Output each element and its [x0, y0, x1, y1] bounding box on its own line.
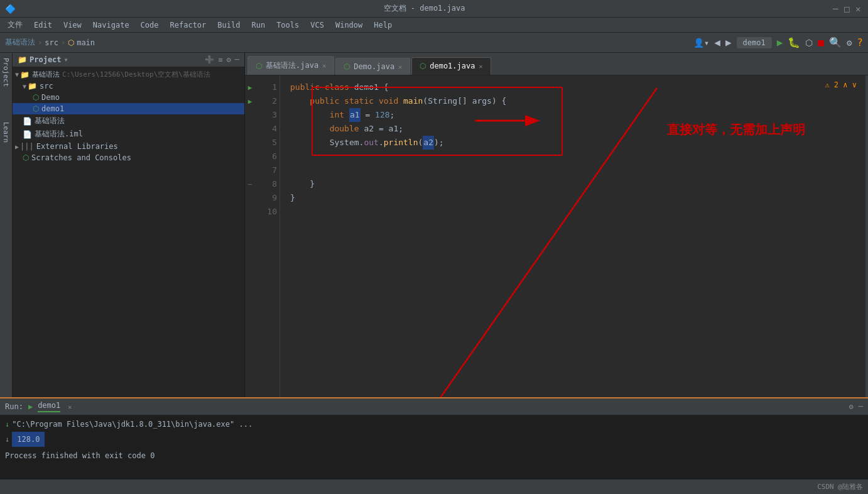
code-line-6: [290, 150, 858, 163]
menu-item-vcs[interactable]: VCS: [305, 19, 329, 31]
debug-icon[interactable]: 🐛: [788, 36, 800, 48]
menu-item-tools[interactable]: Tools: [271, 19, 304, 31]
settings-icon[interactable]: ⚙: [227, 55, 231, 64]
tab-demo[interactable]: ⬡ Demo.java ✕: [335, 58, 410, 75]
gutter-line-1: ▶: [245, 80, 255, 94]
maximize-button[interactable]: □: [844, 5, 852, 13]
stop-icon[interactable]: ■: [818, 36, 824, 48]
tab-demo1[interactable]: ⬡ demo1.java ✕: [411, 57, 491, 75]
menu-item-navigate[interactable]: Navigate: [88, 19, 134, 31]
iml-icon: 📄: [23, 130, 32, 139]
file-icon-jichu: 📄: [23, 117, 32, 126]
tree-demo1[interactable]: ⬡ demo1: [13, 103, 244, 114]
tab-close-demo[interactable]: ✕: [398, 63, 402, 70]
code-content[interactable]: public class demo1 { public static void …: [280, 75, 868, 397]
learn-side-label[interactable]: Learn: [1, 117, 11, 148]
editor-area: ⬡ 基础语法.java ✕ ⬡ Demo.java ✕ ⬡ demo1.java…: [245, 53, 868, 397]
window-title: 空文档 - demo1.java: [384, 3, 465, 14]
status-right: CSDN @陆雅各: [817, 482, 863, 491]
menu-item-refactor[interactable]: Refactor: [165, 19, 212, 31]
tree-iml[interactable]: 📄 基础语法.iml: [13, 128, 244, 141]
expand-arrow-ext: ▶: [15, 143, 19, 150]
menu-item-edit[interactable]: Edit: [29, 19, 57, 31]
menu-item-window[interactable]: Window: [330, 19, 367, 31]
gutter-line-5: [245, 136, 255, 150]
run-panel-right-icons: ⚙ ─: [849, 402, 863, 411]
fold-icon-8[interactable]: ─: [248, 181, 252, 188]
ln-3: 3: [258, 108, 277, 122]
tree-external-libs[interactable]: ▶ ||| External Libraries: [13, 141, 244, 152]
src-label: src: [40, 82, 53, 91]
menu-item-help[interactable]: Help: [369, 19, 397, 31]
gutter-line-2: ▶: [245, 94, 255, 108]
code-line-2: public static void main(String[] args) {: [290, 94, 858, 108]
menu-item-build[interactable]: Build: [212, 19, 245, 31]
project-side-label[interactable]: Project: [1, 53, 11, 92]
add-icon[interactable]: ➕: [205, 55, 214, 64]
expand-arrow-root: ▼: [15, 71, 19, 78]
code-line-8: }: [290, 177, 858, 191]
minimize-panel-icon[interactable]: ─: [235, 55, 239, 64]
tab-jichu[interactable]: ⬡ 基础语法.java ✕: [247, 56, 334, 75]
menu-item-run[interactable]: Run: [246, 19, 270, 31]
account-icon[interactable]: 👤▾: [693, 38, 709, 48]
help-icon[interactable]: ?: [857, 36, 863, 48]
minimize-button[interactable]: ─: [833, 5, 840, 13]
run-tab-close[interactable]: ✕: [68, 403, 72, 410]
run-exit-text: Process finished with exit code 0: [5, 449, 155, 462]
run-gutter-1[interactable]: ▶: [248, 84, 252, 92]
menu-item-code[interactable]: Code: [136, 19, 164, 31]
jichu-label: 基础语法: [35, 116, 65, 126]
back-icon[interactable]: ◀: [714, 36, 720, 48]
warning-mark: ⚠ 2 ∧ ∨: [825, 78, 857, 92]
tab-icon-jichu: ⬡: [256, 62, 262, 70]
run-config[interactable]: demo1: [737, 37, 772, 48]
gear-icon[interactable]: ⚙: [847, 38, 852, 48]
toolbar-right: 👤▾ ◀ ▶ demo1 ▶ 🐛 ⬡ ■ 🔍 ⚙ ?: [693, 36, 863, 48]
run-with-coverage-icon[interactable]: ⬡: [805, 38, 813, 48]
code-line-3: int a1 = 128;: [290, 108, 858, 122]
expand-arrow-src: ▼: [23, 83, 26, 90]
breadcrumb-src: src: [45, 38, 58, 47]
ln-10: 10: [258, 205, 277, 219]
minimize-run-icon[interactable]: ─: [859, 402, 863, 411]
tree-jichuufa[interactable]: 📄 基础语法: [13, 114, 244, 128]
gear-run-icon[interactable]: ⚙: [849, 402, 854, 411]
run-tab[interactable]: demo1: [38, 401, 60, 412]
run-gutter-2[interactable]: ▶: [248, 97, 252, 106]
menu-item-文件[interactable]: 文件: [3, 18, 28, 31]
menu-item-view[interactable]: View: [58, 19, 87, 31]
list-icon[interactable]: ≡: [218, 55, 222, 64]
tree-src[interactable]: ▼ 📁 src: [13, 80, 244, 92]
ln-4: 4: [258, 122, 277, 136]
tree-scratches[interactable]: ⬡ Scratches and Consoles: [13, 152, 244, 163]
line-numbers: 1 2 3 4 5 6 7 8 9 10: [255, 75, 280, 397]
code-line-9: }: [290, 191, 858, 205]
tab-close-demo1[interactable]: ✕: [479, 63, 482, 70]
tree-demo[interactable]: ⬡ Demo: [13, 92, 244, 103]
breadcrumb-main: main: [77, 38, 95, 47]
demo-label: Demo: [41, 93, 60, 102]
main-layout: Project Learn 📁 Project ▾ ➕ ≡ ⚙ ─ ▼ 📁 基础…: [0, 53, 868, 397]
code-editor: ▶ ▶ ─ 1 2 3 4: [245, 75, 868, 397]
title-left: 🔷: [5, 4, 16, 14]
var-a1: a1: [349, 108, 361, 122]
forward-icon[interactable]: ▶: [725, 36, 732, 48]
tree-root[interactable]: ▼ 📁 基础语法 C:\Users\12566\Desktop\空文档\基础语法: [13, 69, 244, 80]
close-button[interactable]: ✕: [855, 5, 863, 13]
tab-label-demo1: demo1.java: [430, 62, 475, 70]
breadcrumb: 基础语法 › src › ⬡ main: [5, 37, 95, 48]
ln-6: 6: [258, 150, 277, 163]
tab-icon-demo1: ⬡: [420, 62, 426, 70]
code-line-1: public class demo1 {: [290, 80, 858, 94]
tab-close-jichu[interactable]: ✕: [322, 62, 326, 69]
code-line-5: System.out.println(a2);: [290, 136, 858, 150]
run-icon[interactable]: ▶: [777, 36, 783, 48]
run-output-value: 128.0: [12, 432, 45, 447]
class-icon-demo: ⬡: [33, 93, 39, 102]
run-label: Run:: [5, 402, 23, 411]
project-header-icons: ➕ ≡ ⚙ ─: [205, 55, 239, 64]
search-icon[interactable]: 🔍: [829, 36, 842, 48]
toolbar: 基础语法 › src › ⬡ main 👤▾ ◀ ▶ demo1 ▶ 🐛 ⬡ ■…: [0, 33, 868, 53]
dropdown-icon[interactable]: ▾: [64, 55, 68, 64]
